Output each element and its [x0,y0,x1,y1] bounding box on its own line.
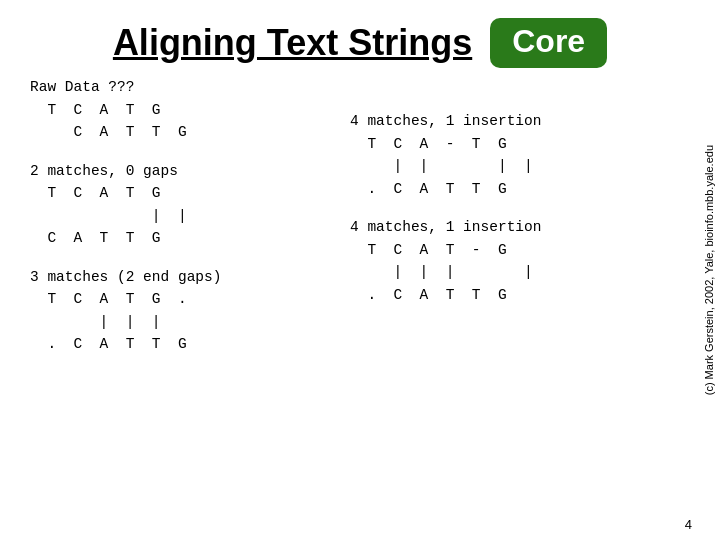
four-matches-insertion-1-label: 4 matches, 1 insertion [350,110,684,132]
slide: Aligning Text Strings Core Raw Data ??? … [0,0,720,540]
two-matches-pipe: | | [30,205,330,227]
three-matches-label: 3 matches (2 end gaps) [30,266,330,288]
raw-data-section: Raw Data ??? T C A T G C A T T G [30,76,330,143]
four-matches-insertion-1: 4 matches, 1 insertion T C A - T G | | |… [350,110,684,200]
four-matches-insertion-1-seq1: T C A - T G [350,133,684,155]
two-matches-label: 2 matches, 0 gaps [30,160,330,182]
four-matches-insertion-1-seq2: . C A T T G [350,178,684,200]
three-matches-pipe: | | | [30,311,330,333]
four-matches-insertion-2-seq1: T C A T - G [350,239,684,261]
left-column: Raw Data ??? T C A T G C A T T G 2 match… [30,76,330,369]
two-matches-seq2: C A T T G [30,227,330,249]
two-matches-seq1: T C A T G [30,182,330,204]
four-matches-insertion-2: 4 matches, 1 insertion T C A T - G | | |… [350,216,684,306]
four-matches-insertion-2-seq2: . C A T T G [350,284,684,306]
three-matches-section: 3 matches (2 end gaps) T C A T G . | | |… [30,266,330,356]
side-text-area: (c) Mark Gerstein, 2002, Yale, bioinfo.m… [698,0,720,540]
raw-data-seq2: C A T T G [30,121,330,143]
page-number: 4 [685,517,692,532]
four-matches-insertion-1-pipe: | | | | [350,155,684,177]
four-matches-insertion-2-pipe: | | | | [350,261,684,283]
title-area: Aligning Text Strings Core [0,0,720,68]
raw-data-label: Raw Data ??? [30,76,330,98]
raw-data-seq1: T C A T G [30,99,330,121]
two-matches-section: 2 matches, 0 gaps T C A T G | | C A T T … [30,160,330,250]
three-matches-seq1: T C A T G . [30,288,330,310]
core-badge: Core [490,18,607,68]
side-text: (c) Mark Gerstein, 2002, Yale, bioinfo.m… [703,145,715,395]
three-matches-seq2: . C A T T G [30,333,330,355]
slide-title: Aligning Text Strings [113,22,472,64]
right-column: 4 matches, 1 insertion T C A - T G | | |… [350,76,684,369]
four-matches-insertion-2-label: 4 matches, 1 insertion [350,216,684,238]
